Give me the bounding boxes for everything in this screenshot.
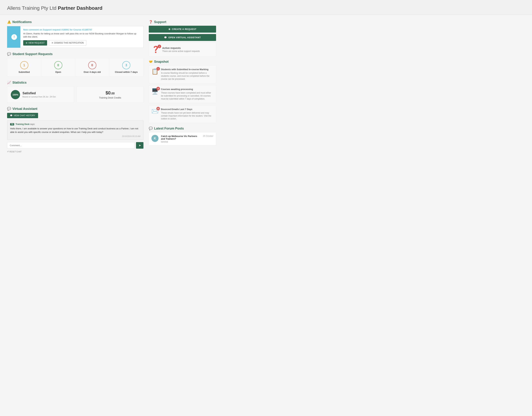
send-button[interactable]: ➤ [136,142,143,149]
courses-text: Courses awaiting processing These course… [161,88,213,100]
exclamation-icon: ! [11,34,17,40]
virtual-assistant-section: 💬 Virtual Assistant 💬 VIEW CHAT HISTORY … [7,107,143,153]
support-section: ❓ Support ⊕ CREATE A REQUEST 💬 OPEN VIRT… [149,20,216,56]
credits-box: $0.00 Training Desk Credits [77,87,143,103]
statistics-title: 📈 Statistics [7,81,143,85]
forum-icon: 💬 [149,126,153,130]
snapshot-section: 🤝 Snapshot 📋 1 Students with Submitted I… [149,60,216,123]
submitted-circle: 1 [20,61,28,69]
chat-icon: 💬 [7,107,11,111]
chat-timestamp: 25/10/2024 09:15 AM [10,135,141,137]
satisfied-label: Satisfied [22,91,56,95]
notification-icon-col: ! [8,26,20,48]
support-icon: 💬 [7,52,11,56]
marking-title: Students with Submitted In-course Markin… [161,68,213,71]
stat-submitted: 1 Submitted [7,58,41,76]
support-title: ❓ Support [149,20,216,24]
create-request-button[interactable]: ⊕ CREATE A REQUEST [149,26,216,33]
courses-title: Courses awaiting processing [161,88,213,90]
forum-title: 💬 Latest Forum Posts [149,126,216,130]
virtual-assistant-title: 💬 Virtual Assistant [7,107,143,111]
open-label: Open [43,71,73,73]
chat-input[interactable] [7,142,135,149]
chat-input-row: ➤ [7,142,143,149]
active-title: Active requests [162,47,200,49]
notification-text: Hi Glenn, thanks for letting us know and… [23,32,141,39]
stat-closed: 3 Closed within 7 days [109,58,143,76]
forum-category: General [161,141,200,143]
marking-icon-wrap: 📋 1 [152,68,159,75]
active-requests-text: Active requests There are some active su… [162,47,200,52]
courses-icon-wrap: 🖥️ 8 [152,88,159,95]
chat-text: Hello there, I am available to answer yo… [10,127,141,134]
credits-amount: $0.00 [80,90,140,96]
submitted-label: Submitted [9,71,39,73]
view-request-button[interactable]: ⊕ VIEW REQUEST [23,40,47,46]
stat-overdue: 0 Over 4 days old [75,58,109,76]
active-badge: 1 [158,45,161,48]
student-support-title: 💬 Student Support Requests [7,52,143,56]
chat-bubble: TD Training Desk says: Hello there, I am… [7,120,143,140]
forum-meta: Catch up Melbourne Vic Partners and Trai… [161,135,200,143]
active-desc: There are some active support requests [162,50,200,52]
active-requests-card: ❓ 1 Active requests There are some activ… [149,43,216,56]
forum-avatar: K [152,135,159,142]
support-help-icon: ❓ [149,20,153,24]
notification-title: New comment on Support request #18091 fo… [23,28,141,31]
right-column: ❓ Support ⊕ CREATE A REQUEST 💬 OPEN VIRT… [149,20,216,153]
left-column: ⚠️ Notifications ! New comment on Suppor… [7,20,143,153]
create-icon: ⊕ [168,28,171,30]
snapshot-item-courses: 🖥️ 8 Courses awaiting processing These c… [149,85,216,103]
stats-row: 100% Satisfied Based on surveys from 26 … [7,87,143,103]
emails-badge: 25 [156,107,160,110]
snapshot-title: 🤝 Snapshot [149,60,216,64]
dismiss-button[interactable]: ✕ DISMISS THIS NOTIFICATION [49,40,86,46]
plus-icon: ⊕ [26,42,28,44]
notification-actions: ⊕ VIEW REQUEST ✕ DISMISS THIS NOTIFICATI… [23,40,141,46]
marking-text: Students with Submitted In-course Markin… [161,68,213,80]
snapshot-icon: 🤝 [149,60,153,64]
overdue-label: Over 4 days old [77,71,107,73]
forum-date: 25 October [203,135,213,137]
statistics-section: 📈 Statistics 100% Satisfied Based on sur… [7,81,143,103]
open-virtual-assistant-button[interactable]: 💬 OPEN VIRTUAL ASSISTANT [149,34,216,41]
open-circle: 0 [54,61,62,69]
forum-section: 💬 Latest Forum Posts K Catch up Melbourn… [149,126,216,145]
snapshot-item-emails: ✉️ 25 Bounced Emails Last 7 Days These e… [149,105,216,123]
marking-badge: 1 [156,67,160,70]
emails-icon-wrap: ✉️ 25 [152,108,159,115]
satisfaction-box: 100% Satisfied Based on surveys from 26 … [7,87,74,103]
courses-desc: These courses have been completed and mu… [161,91,213,100]
credits-label: Training Desk Credits [80,96,140,99]
satisfied-sub: Based on surveys from 26 Jul - 24 Oct [22,96,56,98]
student-support-section: 💬 Student Support Requests 1 Submitted 0… [7,52,143,76]
active-icon-wrap: ❓ 1 [152,46,160,53]
forum-post-title[interactable]: Catch up Melbourne Vic Partners and Trai… [161,135,200,140]
times-icon: ✕ [52,42,53,44]
page-header: Allens Training Pty Ltd Partner Dashboar… [0,0,532,15]
va-icon: 💬 [164,36,167,39]
emails-title: Bounced Emails Last 7 Days [161,108,213,111]
chat-sender: TD Training Desk says: [10,123,141,126]
forum-post: K Catch up Melbourne Vic Partners and Tr… [149,132,216,145]
notification-body: New comment on Support request #18091 fo… [20,26,143,48]
notifications-title: ⚠️ Notifications [7,20,143,24]
chat-history-button[interactable]: 💬 VIEW CHAT HISTORY [7,113,38,118]
overdue-circle: 0 [88,61,96,69]
stat-open: 0 Open [41,58,75,76]
reset-chat-button[interactable]: ↺ RESET CHAT [7,150,143,153]
emails-text: Bounced Emails Last 7 Days These emails … [161,108,213,120]
main-content: ⚠️ Notifications ! New comment on Suppor… [0,15,223,158]
closed-circle: 3 [122,61,130,69]
satisfaction-circle: 100% [11,90,20,99]
courses-badge: 8 [156,87,160,90]
warning-icon: ⚠️ [7,20,11,24]
notification-card: ! New comment on Support request #18091 … [7,26,143,48]
history-icon: 💬 [10,114,13,117]
snapshot-items: 📋 1 Students with Submitted In-course Ma… [149,65,216,123]
td-logo: TD [10,123,14,126]
chart-icon: 📈 [7,81,11,85]
notifications-section: ⚠️ Notifications ! New comment on Suppor… [7,20,143,48]
closed-label: Closed within 7 days [111,71,142,73]
emails-desc: These emails have not yet been delivered… [161,111,213,120]
